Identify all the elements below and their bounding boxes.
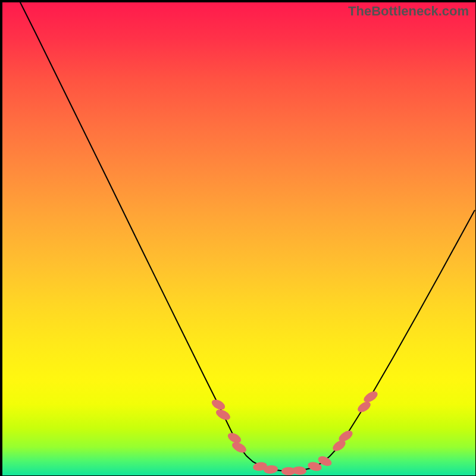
chart-frame: TheBottleneck.com	[0, 0, 475, 475]
watermark-text: TheBottleneck.com	[348, 4, 469, 19]
chart-background-gradient	[2, 2, 475, 475]
